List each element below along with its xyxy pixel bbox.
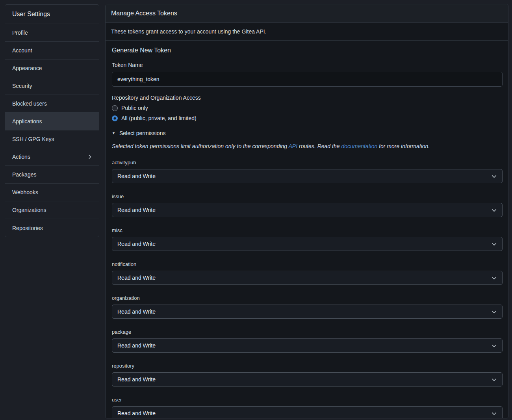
sidebar-item-account[interactable]: Account: [5, 42, 99, 59]
chevron-down-icon: [491, 207, 497, 213]
sidebar-title: User Settings: [5, 5, 99, 24]
chevron-down-icon: [491, 343, 497, 349]
permission-group-notification: notification Read and Write: [112, 261, 503, 285]
settings-sidebar: User Settings Profile Account Appearance…: [5, 4, 99, 237]
permission-name: user: [112, 397, 503, 403]
generate-token-form: Generate New Token Token Name Repository…: [106, 41, 508, 418]
chevron-down-icon: [491, 377, 497, 383]
page: User Settings Profile Account Appearance…: [0, 0, 512, 420]
section-title: Generate New Token: [112, 47, 503, 54]
permission-select-organization[interactable]: Read and Write: [112, 305, 503, 319]
sidebar-item-label: Organizations: [12, 207, 46, 213]
selected-option: Read and Write: [117, 342, 156, 349]
chevron-down-icon: [491, 241, 497, 247]
sidebar-item-label: Profile: [12, 30, 28, 36]
chevron-down-icon: [491, 411, 497, 416]
chevron-down-icon: [491, 275, 497, 281]
sidebar-item-webhooks[interactable]: Webhooks: [5, 184, 99, 201]
chevron-down-icon: [491, 173, 497, 179]
manage-access-tokens-panel: Manage Access Tokens These tokens grant …: [105, 4, 508, 418]
sidebar-item-label: Account: [12, 47, 32, 54]
radio-all-access[interactable]: All (public, private, and limited): [112, 115, 503, 121]
sidebar-item-profile[interactable]: Profile: [5, 24, 99, 42]
permission-group-repository: repository Read and Write: [112, 363, 503, 387]
token-name-input[interactable]: [112, 72, 503, 87]
sidebar-item-label: Appearance: [12, 65, 42, 71]
panel-description: These tokens grant access to your accoun…: [106, 23, 508, 41]
sidebar-item-appearance[interactable]: Appearance: [5, 59, 99, 77]
selected-option: Read and Write: [117, 410, 156, 416]
caret-down-icon: ▼: [112, 132, 115, 135]
permission-name: notification: [112, 261, 503, 267]
sidebar-item-repositories[interactable]: Repositories: [5, 219, 99, 237]
permission-group-organization: organization Read and Write: [112, 295, 503, 319]
sidebar-item-label: Security: [12, 83, 32, 89]
select-permissions-label: Select permissions: [119, 130, 166, 136]
note-text: for more information.: [377, 143, 430, 149]
radio-public-only[interactable]: Public only: [112, 105, 503, 111]
permissions-note: Selected token permissions limit authori…: [112, 143, 503, 149]
token-name-label: Token Name: [112, 62, 503, 68]
sidebar-item-label: SSH / GPG Keys: [12, 136, 54, 142]
permission-select-notification[interactable]: Read and Write: [112, 271, 503, 285]
radio-all-access-label: All (public, private, and limited): [121, 115, 197, 121]
sidebar-item-label: Applications: [12, 118, 42, 125]
permission-name: misc: [112, 227, 503, 233]
sidebar-item-packages[interactable]: Packages: [5, 166, 99, 184]
permission-name: organization: [112, 295, 503, 301]
selected-option: Read and Write: [117, 173, 156, 179]
permission-select-issue[interactable]: Read and Write: [112, 203, 503, 217]
permission-group-package: package Read and Write: [112, 329, 503, 353]
selected-option: Read and Write: [117, 207, 156, 213]
permission-group-issue: issue Read and Write: [112, 193, 503, 217]
permission-name: repository: [112, 363, 503, 369]
permission-select-activitypub[interactable]: Read and Write: [112, 169, 503, 183]
panel-title: Manage Access Tokens: [106, 4, 508, 23]
radio-checked-icon[interactable]: [112, 115, 118, 121]
sidebar-item-label: Webhooks: [12, 189, 38, 195]
permission-select-package[interactable]: Read and Write: [112, 338, 503, 353]
selected-option: Read and Write: [117, 275, 156, 281]
permission-group-user: user Read and Write: [112, 397, 503, 418]
permission-select-misc[interactable]: Read and Write: [112, 237, 503, 251]
sidebar-item-label: Repositories: [12, 225, 43, 231]
sidebar-item-actions[interactable]: Actions: [5, 148, 99, 166]
permission-name: activitypub: [112, 160, 503, 165]
sidebar-item-label: Packages: [12, 171, 36, 178]
documentation-link[interactable]: documentation: [341, 143, 377, 149]
selected-option: Read and Write: [117, 376, 156, 383]
radio-unchecked-icon[interactable]: [112, 105, 118, 111]
note-text: Selected token permissions limit authori…: [112, 143, 289, 149]
sidebar-item-applications[interactable]: Applications: [5, 113, 99, 130]
sidebar-item-label: Blocked users: [12, 100, 47, 107]
permission-group-misc: misc Read and Write: [112, 227, 503, 251]
sidebar-item-security[interactable]: Security: [5, 77, 99, 95]
sidebar-item-label: Actions: [12, 154, 30, 160]
sidebar-item-blocked-users[interactable]: Blocked users: [5, 95, 99, 113]
sidebar-item-ssh-gpg-keys[interactable]: SSH / GPG Keys: [5, 130, 99, 148]
permission-name: issue: [112, 193, 503, 199]
permission-select-repository[interactable]: Read and Write: [112, 372, 503, 387]
chevron-down-icon: [491, 309, 497, 315]
chevron-right-icon: [87, 154, 93, 160]
access-scope-label: Repository and Organization Access: [112, 95, 503, 101]
sidebar-item-organizations[interactable]: Organizations: [5, 201, 99, 219]
note-text: routes. Read the: [297, 143, 341, 149]
api-link[interactable]: API: [289, 143, 298, 149]
select-permissions-toggle[interactable]: ▼ Select permissions: [112, 130, 165, 136]
selected-option: Read and Write: [117, 308, 156, 315]
permission-name: package: [112, 329, 503, 335]
radio-public-only-label: Public only: [121, 105, 148, 111]
permission-select-user[interactable]: Read and Write: [112, 406, 503, 418]
permission-group-activitypub: activitypub Read and Write: [112, 160, 503, 183]
selected-option: Read and Write: [117, 241, 156, 247]
